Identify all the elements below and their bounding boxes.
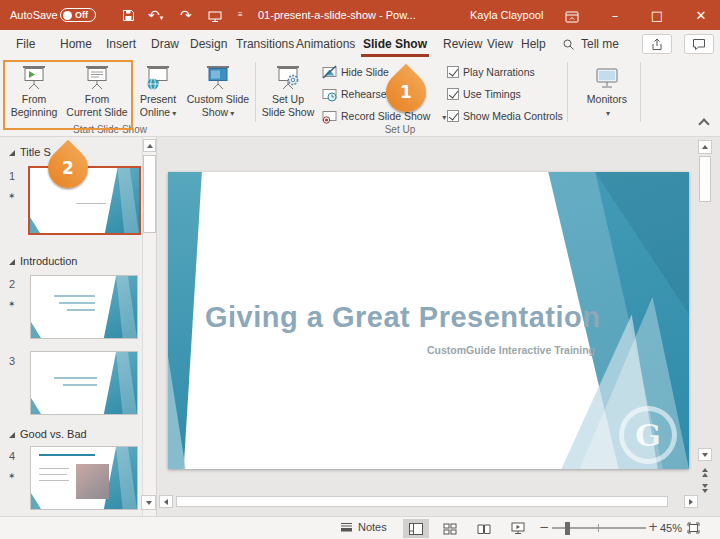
quick-access-overflow-icon[interactable]: ≡ <box>238 10 243 19</box>
use-timings-checkbox[interactable]: Use Timings <box>447 88 521 100</box>
slide-4-number: 4 <box>9 450 15 462</box>
tell-me-label: Tell me <box>581 37 619 51</box>
record-dropdown-arrow-icon[interactable] <box>440 110 446 122</box>
animation-star-icon <box>8 293 16 311</box>
document-title: 01-present-a-slide-show - Pow... <box>258 9 416 21</box>
toggle-knob-icon <box>63 11 72 20</box>
work-area: Title S 1 Introduction 2 3 <box>0 137 720 516</box>
scroll-down-button[interactable] <box>141 495 156 510</box>
scroll-up-button[interactable] <box>143 139 156 152</box>
zoom-out-button[interactable]: − <box>539 520 549 534</box>
show-media-controls-checkbox[interactable]: Show Media Controls <box>447 110 563 122</box>
title-bar: AutoSave Off ↶ ↷ ≡ 01-present-a-slide-sh… <box>0 0 720 30</box>
section-collapse-icon[interactable] <box>9 150 15 156</box>
setup-label-2: Slide Show <box>260 106 316 119</box>
monitors-dropdown-arrow-icon <box>578 106 636 120</box>
tutorial-step-1-badge: 1 <box>378 64 435 121</box>
present-online-button[interactable]: Present Online <box>134 62 182 128</box>
slide-3-thumbnail[interactable] <box>30 351 138 415</box>
monitor-icon <box>578 62 636 91</box>
set-up-slide-show-button[interactable]: Set Up Slide Show <box>260 62 316 128</box>
tab-animations[interactable]: Animations <box>296 30 355 58</box>
tab-insert[interactable]: Insert <box>106 30 136 58</box>
normal-view-button[interactable] <box>403 519 429 538</box>
share-button[interactable] <box>642 34 672 54</box>
from-beginning-label-2: Beginning <box>6 106 62 119</box>
slide-editor-area: Giving a Great Presentation CustomGuide … <box>157 137 720 516</box>
slide-subtitle-text[interactable]: CustomGuide Interactive Training <box>427 344 595 356</box>
section-collapse-icon[interactable] <box>9 432 15 438</box>
slide-title-text[interactable]: Giving a Great Presentation <box>205 301 600 334</box>
thumbnail-photo <box>76 464 110 499</box>
custom-slide-show-button[interactable]: Custom Slide Show <box>184 62 252 128</box>
previous-slide-button[interactable] <box>698 465 712 479</box>
customguide-logo: G <box>619 406 677 464</box>
user-name: Kayla Claypool <box>470 9 543 21</box>
screen-blue-icon <box>184 62 252 91</box>
section-title-slide[interactable]: Title S <box>20 146 51 158</box>
scroll-right-button[interactable] <box>684 495 698 508</box>
rehearse-timings-icon <box>322 87 337 102</box>
normal-view-icon <box>409 523 423 535</box>
tab-slide-show[interactable]: Slide Show <box>363 30 427 58</box>
minimize-button[interactable]: – <box>598 0 632 30</box>
undo-icon[interactable]: ↶ <box>148 6 163 24</box>
tab-file[interactable]: File <box>16 30 35 58</box>
hide-slide-button[interactable]: Hide Slide <box>322 64 389 80</box>
ribbon-display-options-icon[interactable] <box>565 9 579 27</box>
notes-button[interactable]: Notes <box>340 521 387 533</box>
tab-draw[interactable]: Draw <box>151 30 179 58</box>
redo-icon[interactable]: ↷ <box>180 6 192 24</box>
slide-canvas[interactable]: Giving a Great Presentation CustomGuide … <box>168 172 689 469</box>
tab-view[interactable]: View <box>487 30 513 58</box>
tutorial-step-2-badge: 2 <box>40 140 97 197</box>
comments-button[interactable] <box>684 34 714 54</box>
collapse-ribbon-icon[interactable] <box>698 118 709 129</box>
section-introduction[interactable]: Introduction <box>20 255 77 267</box>
zoom-slider-thumb[interactable] <box>565 522 570 535</box>
monitors-button[interactable]: Monitors <box>578 62 636 128</box>
fit-slide-to-window-button[interactable] <box>687 522 700 536</box>
reading-view-button[interactable] <box>471 519 497 538</box>
play-narrations-checkbox[interactable]: Play Narrations <box>447 66 535 78</box>
autosave-toggle[interactable]: Off <box>60 8 96 22</box>
scroll-down-button[interactable] <box>698 448 712 461</box>
slide-show-view-button[interactable] <box>505 519 531 538</box>
search-icon <box>562 38 575 51</box>
slide-2-number: 2 <box>9 278 15 290</box>
start-presentation-icon[interactable] <box>208 9 222 27</box>
tab-design[interactable]: Design <box>190 30 227 58</box>
zoom-level[interactable]: 45% <box>660 522 682 534</box>
slide-thumbnail-panel: Title S 1 Introduction 2 3 <box>0 137 157 516</box>
section-collapse-icon[interactable] <box>9 259 15 265</box>
tab-review[interactable]: Review <box>443 30 482 58</box>
tab-transitions[interactable]: Transitions <box>236 30 294 58</box>
scrollbar-thumb[interactable] <box>176 496 668 507</box>
slide-3-number: 3 <box>9 355 15 367</box>
custom-show-label-1: Custom Slide <box>184 93 252 106</box>
slide-2-thumbnail[interactable] <box>30 275 138 339</box>
scroll-left-button[interactable] <box>159 495 173 508</box>
scrollbar-thumb[interactable] <box>143 155 156 233</box>
from-current-slide-button[interactable]: From Current Slide <box>64 62 130 128</box>
tab-help[interactable]: Help <box>521 30 546 58</box>
section-good-vs-bad[interactable]: Good vs. Bad <box>20 428 87 440</box>
next-slide-button[interactable] <box>698 481 712 495</box>
from-current-label-2: Current Slide <box>64 106 130 119</box>
slide-4-thumbnail[interactable] <box>30 446 138 510</box>
slide-sorter-view-button[interactable] <box>437 519 463 538</box>
tab-home[interactable]: Home <box>60 30 92 58</box>
monitors-label: Monitors <box>578 93 636 106</box>
close-button[interactable]: ✕ <box>684 0 718 30</box>
tell-me-search[interactable]: Tell me <box>562 30 619 58</box>
from-beginning-button[interactable]: From Beginning <box>6 62 62 128</box>
panel-scrollbar[interactable] <box>142 137 156 516</box>
scroll-up-button[interactable] <box>698 140 712 154</box>
zoom-in-button[interactable]: + <box>648 520 658 534</box>
show-media-controls-label: Show Media Controls <box>463 110 563 122</box>
save-icon[interactable] <box>122 8 135 26</box>
record-slide-show-button[interactable]: Record Slide Show <box>322 108 446 124</box>
vertical-scrollbar[interactable] <box>697 140 713 512</box>
maximize-button[interactable]: □ <box>640 0 674 30</box>
scrollbar-thumb[interactable] <box>699 156 711 202</box>
